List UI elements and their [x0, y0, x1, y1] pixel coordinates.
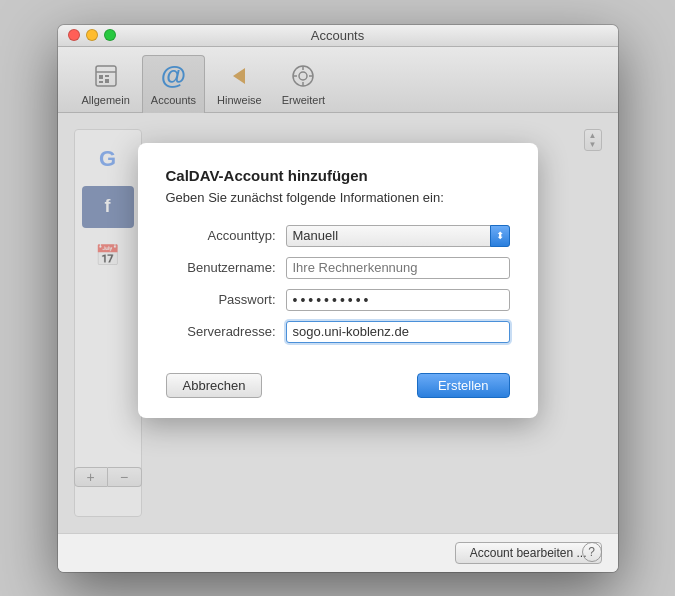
password-row: Passwort: — [166, 289, 510, 311]
help-button[interactable]: ? — [582, 542, 602, 562]
allgemein-icon — [90, 60, 122, 92]
account-type-label: Accounttyp: — [166, 228, 286, 243]
window-controls — [68, 29, 116, 41]
username-input[interactable] — [286, 257, 510, 279]
toolbar: Allgemein @ Accounts Hinweise — [58, 47, 618, 113]
modal-title: CalDAV-Account hinzufügen — [166, 167, 510, 184]
account-type-row: Accounttyp: Manuell ⬍ — [166, 225, 510, 247]
svg-rect-3 — [99, 81, 103, 83]
tab-erweitert-label: Erweitert — [282, 94, 325, 106]
server-input[interactable] — [286, 321, 510, 343]
minimize-button[interactable] — [86, 29, 98, 41]
close-button[interactable] — [68, 29, 80, 41]
hinweise-icon — [223, 60, 255, 92]
accounts-icon: @ — [157, 60, 189, 92]
maximize-button[interactable] — [104, 29, 116, 41]
tab-hinweise[interactable]: Hinweise — [209, 56, 270, 112]
create-button[interactable]: Erstellen — [417, 373, 510, 398]
tab-accounts[interactable]: @ Accounts — [142, 55, 205, 113]
username-row: Benutzername: — [166, 257, 510, 279]
content-area: G f 📅 ▲ ▼ + − CalDAV- — [58, 113, 618, 533]
modal-subtitle: Geben Sie zunächst folgende Informatione… — [166, 190, 510, 205]
erweitert-icon — [287, 60, 319, 92]
tab-accounts-label: Accounts — [151, 94, 196, 106]
tab-erweitert[interactable]: Erweitert — [274, 56, 333, 112]
password-label: Passwort: — [166, 292, 286, 307]
modal-overlay: CalDAV-Account hinzufügen Geben Sie zunä… — [58, 113, 618, 533]
svg-rect-2 — [99, 75, 103, 79]
server-row: Serveradresse: — [166, 321, 510, 343]
svg-marker-6 — [233, 68, 245, 84]
svg-rect-5 — [105, 79, 109, 83]
bottom-bar: Account bearbeiten ... ? — [58, 533, 618, 572]
window-title: Accounts — [311, 28, 364, 43]
account-type-select-wrapper: Manuell ⬍ — [286, 225, 510, 247]
cancel-button[interactable]: Abbrechen — [166, 373, 263, 398]
tab-allgemein[interactable]: Allgemein — [74, 56, 138, 112]
titlebar: Accounts — [58, 25, 618, 47]
modal-buttons: Abbrechen Erstellen — [166, 363, 510, 398]
main-window: Accounts Allgemein @ Accounts — [58, 25, 618, 572]
svg-point-8 — [299, 72, 307, 80]
server-label: Serveradresse: — [166, 324, 286, 339]
svg-rect-4 — [105, 75, 109, 77]
username-label: Benutzername: — [166, 260, 286, 275]
tab-allgemein-label: Allgemein — [82, 94, 130, 106]
caldav-modal: CalDAV-Account hinzufügen Geben Sie zunä… — [138, 143, 538, 418]
tab-hinweise-label: Hinweise — [217, 94, 262, 106]
account-type-select[interactable]: Manuell — [286, 225, 510, 247]
account-edit-button[interactable]: Account bearbeiten ... — [455, 542, 602, 564]
password-input[interactable] — [286, 289, 510, 311]
